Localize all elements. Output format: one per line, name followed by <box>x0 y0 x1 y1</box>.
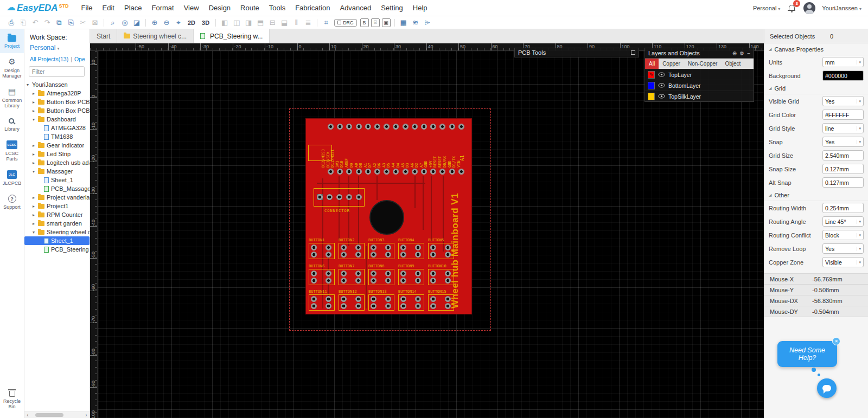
eye-icon[interactable] <box>658 94 665 99</box>
pad[interactable] <box>421 124 427 130</box>
workspace-hscrollbar[interactable]: ‹ › <box>24 411 90 418</box>
tree-item-led-strip[interactable]: ▸Led Strip <box>24 150 90 158</box>
layer-color-swatch[interactable] <box>648 93 655 100</box>
pad[interactable] <box>374 124 380 130</box>
align-top-icon[interactable]: ⬒ <box>254 17 266 29</box>
layer-bottomlayer[interactable]: BottomLayer <box>645 80 754 91</box>
layer-color-swatch[interactable]: ✎ <box>648 71 655 79</box>
menu-place[interactable]: Place <box>119 0 147 16</box>
layer-manager-icon[interactable]: ≋ <box>410 17 422 29</box>
ruler-vertical[interactable]: 100-10-20-30-40-50-60-70-80-90-100 <box>90 51 98 418</box>
save-icon[interactable]: ⎙ <box>5 17 17 29</box>
pad[interactable] <box>371 296 376 302</box>
undo-icon[interactable]: ↶ <box>29 17 41 29</box>
layers-tab-copper[interactable]: Copper <box>659 59 684 69</box>
pad[interactable] <box>311 271 317 276</box>
redo-icon[interactable]: ↷ <box>41 17 53 29</box>
share-icon[interactable]: ⌲ <box>422 17 433 29</box>
align-middle-icon[interactable]: ⊟ <box>266 17 278 29</box>
tree-item-atmega328p[interactable]: ▸Atmega328P <box>24 89 90 98</box>
pad[interactable] <box>337 169 343 175</box>
grid-color-select[interactable]: #FFFFFF <box>822 110 864 120</box>
image-export-icon[interactable]: ▦ <box>398 17 410 29</box>
zoom-in-icon[interactable]: ⊕ <box>149 17 161 29</box>
section-header-canvas-properties[interactable]: ◢Canvas Properties <box>764 43 868 55</box>
pad[interactable] <box>371 245 376 250</box>
pad[interactable] <box>430 278 436 284</box>
photo-view-icon[interactable]: ▣ <box>382 18 391 27</box>
pad[interactable] <box>326 278 331 284</box>
gear-icon[interactable]: ⚙ <box>739 50 744 56</box>
filter-input[interactable] <box>29 66 85 77</box>
menu-edit[interactable]: Edit <box>98 0 119 16</box>
pad[interactable] <box>346 169 352 175</box>
pad[interactable] <box>385 271 391 276</box>
pad[interactable] <box>326 245 331 250</box>
pad[interactable] <box>385 303 391 309</box>
tree-item-sheet-1[interactable]: Sheet_1 <box>24 176 90 184</box>
pad[interactable] <box>430 245 436 250</box>
drc-button[interactable]: DRC <box>334 19 357 27</box>
tree-item-pcb-massager[interactable]: PCB_Massager <box>24 184 90 193</box>
menu-format[interactable]: Format <box>147 0 179 16</box>
pad[interactable] <box>458 124 464 130</box>
drill-hole[interactable] <box>369 200 404 235</box>
pad[interactable] <box>385 296 391 302</box>
sidebar-item-support[interactable]: ?Support <box>0 190 24 214</box>
menu-view[interactable]: View <box>179 0 204 16</box>
distribute-h-icon[interactable]: ⫴ <box>290 17 302 29</box>
tree-item-rpm-counter[interactable]: ▸RPM Counter <box>24 210 90 219</box>
layer-topsilklayer[interactable]: TopSilkLayer <box>645 91 754 101</box>
cut-icon[interactable]: ✂ <box>77 17 89 29</box>
pin-icon[interactable]: ⊕ <box>732 50 737 56</box>
tab-start[interactable]: Start <box>90 29 117 43</box>
copper-zone-select[interactable]: Visible▾ <box>822 257 864 267</box>
sidebar-item-recycle-bin[interactable]: Recycle Bin <box>0 384 24 414</box>
view-3d-button[interactable]: 3D <box>199 20 213 26</box>
distribute-v-icon[interactable]: ≣ <box>302 17 314 29</box>
tree-item-logitech-usb-adap[interactable]: ▸Logitech usb adap <box>24 158 90 167</box>
section-header-other[interactable]: ◢Other <box>764 189 868 201</box>
pad[interactable] <box>415 278 421 284</box>
workspace-scope-dropdown[interactable]: Personal▾ <box>24 41 90 52</box>
menu-file[interactable]: File <box>76 0 98 16</box>
pad[interactable] <box>311 252 317 258</box>
clone-icon[interactable]: ⧉ <box>53 17 65 29</box>
delete-icon[interactable]: ⊠ <box>89 17 101 29</box>
tree-item-steering-wheel-con[interactable]: ▾Steering wheel con <box>24 228 90 236</box>
snap-size-input[interactable]: 0.127mm <box>822 164 864 174</box>
pad[interactable] <box>403 124 409 130</box>
pad[interactable] <box>384 169 390 175</box>
zoom-out-icon[interactable]: ⊖ <box>161 17 173 29</box>
pad[interactable] <box>412 169 418 175</box>
grid-size-input[interactable]: 2.540mm <box>822 150 864 160</box>
align-left-icon[interactable]: ◧ <box>219 17 231 29</box>
pad[interactable] <box>415 303 421 309</box>
pcb-tools-panel[interactable]: PCB Tools <box>514 48 639 57</box>
pad[interactable] <box>430 124 436 130</box>
pad[interactable] <box>371 252 376 258</box>
pad[interactable] <box>328 124 334 130</box>
scroll-left-icon[interactable]: ‹ <box>24 412 31 418</box>
align-center-icon[interactable]: ◫ <box>231 17 242 29</box>
pad[interactable] <box>341 252 347 258</box>
layer-toplayer[interactable]: ✎TopLayer <box>645 69 754 80</box>
pad[interactable] <box>341 271 347 276</box>
pad[interactable] <box>356 169 362 175</box>
pad[interactable] <box>385 278 391 284</box>
pad[interactable] <box>311 245 317 250</box>
copy-icon[interactable]: ⎘ <box>65 17 77 29</box>
export-icon[interactable]: ⎗ <box>17 17 29 29</box>
user-dropdown[interactable]: YouriJanssen▾ <box>822 5 861 11</box>
avatar[interactable] <box>803 2 815 14</box>
pad[interactable] <box>415 252 421 258</box>
search-icon[interactable]: ⌕ <box>107 17 119 29</box>
pad[interactable] <box>346 194 352 200</box>
pad[interactable] <box>430 169 436 175</box>
tree-item-project-vanderland[interactable]: ▸Project vanderland <box>24 193 90 202</box>
menu-setting[interactable]: Setting <box>376 0 407 16</box>
pad[interactable] <box>326 252 331 258</box>
pad[interactable] <box>384 124 390 130</box>
pad[interactable] <box>311 278 317 284</box>
pad[interactable] <box>385 252 391 258</box>
